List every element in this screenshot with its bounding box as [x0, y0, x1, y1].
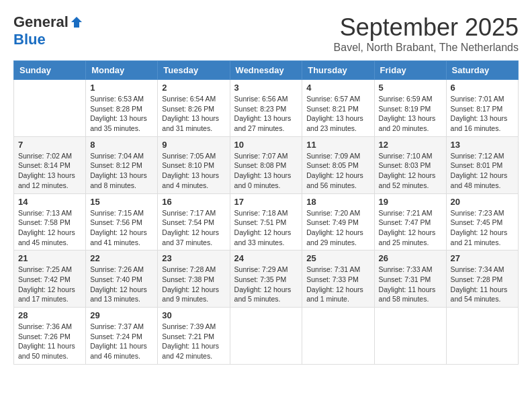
day-info: Sunrise: 7:34 AM Sunset: 7:28 PM Dayligh…: [451, 265, 514, 304]
column-header-saturday: Saturday: [446, 61, 518, 80]
day-info: Sunrise: 6:53 AM Sunset: 8:28 PM Dayligh…: [90, 94, 153, 134]
title-section: September 2025 Bavel, North Brabant, The…: [334, 13, 519, 54]
calendar-cell: 24Sunrise: 7:29 AM Sunset: 7:35 PM Dayli…: [230, 250, 302, 308]
logo-icon: [70, 15, 83, 29]
day-info: Sunrise: 7:18 AM Sunset: 7:51 PM Dayligh…: [234, 208, 298, 248]
calendar-cell: 7Sunrise: 7:02 AM Sunset: 8:14 PM Daylig…: [14, 136, 86, 193]
calendar-cell: 2Sunrise: 6:54 AM Sunset: 8:26 PM Daylig…: [158, 80, 230, 137]
calendar-cell: 5Sunrise: 6:59 AM Sunset: 8:19 PM Daylig…: [374, 80, 446, 137]
logo: General Blue: [13, 13, 83, 48]
column-header-tuesday: Tuesday: [158, 61, 230, 80]
day-info: Sunrise: 7:36 AM Sunset: 7:26 PM Dayligh…: [18, 322, 81, 361]
calendar-week-4: 21Sunrise: 7:25 AM Sunset: 7:42 PM Dayli…: [14, 250, 519, 308]
day-number: 10: [234, 140, 298, 150]
calendar-cell: 11Sunrise: 7:09 AM Sunset: 8:05 PM Dayli…: [302, 136, 374, 193]
calendar-cell: 9Sunrise: 7:05 AM Sunset: 8:10 PM Daylig…: [158, 136, 230, 193]
day-info: Sunrise: 7:09 AM Sunset: 8:05 PM Dayligh…: [306, 151, 369, 191]
calendar-cell: 8Sunrise: 7:04 AM Sunset: 8:12 PM Daylig…: [86, 136, 158, 193]
calendar-cell: 25Sunrise: 7:31 AM Sunset: 7:33 PM Dayli…: [302, 250, 374, 308]
calendar-cell: [302, 308, 374, 365]
calendar-cell: [230, 308, 302, 365]
location-text: Bavel, North Brabant, The Netherlands: [334, 42, 519, 54]
calendar-cell: 12Sunrise: 7:10 AM Sunset: 8:03 PM Dayli…: [374, 136, 446, 193]
calendar-week-5: 28Sunrise: 7:36 AM Sunset: 7:26 PM Dayli…: [14, 308, 519, 365]
calendar-cell: 17Sunrise: 7:18 AM Sunset: 7:51 PM Dayli…: [230, 193, 302, 250]
day-number: 16: [162, 197, 225, 207]
calendar-week-1: 1Sunrise: 6:53 AM Sunset: 8:28 PM Daylig…: [14, 80, 519, 137]
column-header-wednesday: Wednesday: [230, 61, 302, 80]
calendar-week-2: 7Sunrise: 7:02 AM Sunset: 8:14 PM Daylig…: [14, 136, 519, 193]
day-number: 22: [90, 253, 153, 263]
calendar-cell: 19Sunrise: 7:21 AM Sunset: 7:47 PM Dayli…: [374, 193, 446, 250]
day-number: 1: [90, 83, 153, 93]
calendar-cell: 30Sunrise: 7:39 AM Sunset: 7:21 PM Dayli…: [158, 308, 230, 365]
column-header-monday: Monday: [86, 61, 158, 80]
calendar-cell: 22Sunrise: 7:26 AM Sunset: 7:40 PM Dayli…: [86, 250, 158, 308]
day-number: 11: [306, 140, 369, 150]
day-number: 24: [234, 253, 298, 263]
day-number: 14: [18, 197, 81, 207]
day-number: 21: [18, 253, 81, 263]
day-info: Sunrise: 7:39 AM Sunset: 7:21 PM Dayligh…: [162, 322, 225, 361]
day-info: Sunrise: 7:37 AM Sunset: 7:24 PM Dayligh…: [90, 322, 153, 361]
day-number: 9: [162, 140, 225, 150]
day-info: Sunrise: 7:31 AM Sunset: 7:33 PM Dayligh…: [306, 265, 369, 304]
day-number: 29: [90, 310, 153, 320]
day-number: 17: [234, 197, 298, 207]
page-header: General Blue September 2025 Bavel, North…: [13, 13, 519, 54]
calendar-cell: 1Sunrise: 6:53 AM Sunset: 8:28 PM Daylig…: [86, 80, 158, 137]
day-info: Sunrise: 7:13 AM Sunset: 7:58 PM Dayligh…: [18, 208, 81, 248]
day-number: 15: [90, 197, 153, 207]
day-info: Sunrise: 7:17 AM Sunset: 7:54 PM Dayligh…: [162, 208, 225, 248]
day-info: Sunrise: 7:01 AM Sunset: 8:17 PM Dayligh…: [451, 94, 514, 134]
calendar-cell: 16Sunrise: 7:17 AM Sunset: 7:54 PM Dayli…: [158, 193, 230, 250]
calendar-cell: [14, 80, 86, 137]
day-number: 28: [18, 310, 81, 320]
calendar-header-row: SundayMondayTuesdayWednesdayThursdayFrid…: [14, 61, 519, 80]
day-number: 25: [306, 253, 369, 263]
calendar-cell: [374, 308, 446, 365]
day-number: 7: [18, 140, 81, 150]
day-number: 26: [379, 253, 442, 263]
day-info: Sunrise: 7:04 AM Sunset: 8:12 PM Dayligh…: [90, 151, 153, 191]
day-number: 23: [162, 253, 225, 263]
column-header-sunday: Sunday: [14, 61, 86, 80]
day-info: Sunrise: 7:02 AM Sunset: 8:14 PM Dayligh…: [18, 151, 81, 191]
day-info: Sunrise: 6:57 AM Sunset: 8:21 PM Dayligh…: [306, 94, 369, 134]
logo-blue-text: Blue: [13, 31, 46, 48]
svg-marker-0: [71, 17, 82, 28]
day-info: Sunrise: 6:54 AM Sunset: 8:26 PM Dayligh…: [162, 94, 225, 134]
calendar-table: SundayMondayTuesdayWednesdayThursdayFrid…: [13, 60, 519, 365]
day-info: Sunrise: 7:07 AM Sunset: 8:08 PM Dayligh…: [234, 151, 298, 191]
calendar-cell: 18Sunrise: 7:20 AM Sunset: 7:49 PM Dayli…: [302, 193, 374, 250]
calendar-week-3: 14Sunrise: 7:13 AM Sunset: 7:58 PM Dayli…: [14, 193, 519, 250]
calendar-cell: 4Sunrise: 6:57 AM Sunset: 8:21 PM Daylig…: [302, 80, 374, 137]
calendar-cell: 27Sunrise: 7:34 AM Sunset: 7:28 PM Dayli…: [446, 250, 518, 308]
day-number: 5: [379, 83, 442, 93]
day-info: Sunrise: 7:23 AM Sunset: 7:45 PM Dayligh…: [451, 208, 514, 248]
day-info: Sunrise: 7:20 AM Sunset: 7:49 PM Dayligh…: [306, 208, 369, 248]
day-info: Sunrise: 7:26 AM Sunset: 7:40 PM Dayligh…: [90, 265, 153, 304]
day-info: Sunrise: 7:05 AM Sunset: 8:10 PM Dayligh…: [162, 151, 225, 191]
calendar-cell: 3Sunrise: 6:56 AM Sunset: 8:23 PM Daylig…: [230, 80, 302, 137]
day-number: 27: [451, 253, 514, 263]
day-number: 4: [306, 83, 369, 93]
day-info: Sunrise: 7:21 AM Sunset: 7:47 PM Dayligh…: [379, 208, 442, 248]
day-info: Sunrise: 7:25 AM Sunset: 7:42 PM Dayligh…: [18, 265, 81, 304]
calendar-cell: 15Sunrise: 7:15 AM Sunset: 7:56 PM Dayli…: [86, 193, 158, 250]
calendar-cell: 23Sunrise: 7:28 AM Sunset: 7:38 PM Dayli…: [158, 250, 230, 308]
day-number: 19: [379, 197, 442, 207]
day-number: 13: [451, 140, 514, 150]
calendar-cell: 26Sunrise: 7:33 AM Sunset: 7:31 PM Dayli…: [374, 250, 446, 308]
day-info: Sunrise: 6:59 AM Sunset: 8:19 PM Dayligh…: [379, 94, 442, 134]
column-header-friday: Friday: [374, 61, 446, 80]
day-info: Sunrise: 7:15 AM Sunset: 7:56 PM Dayligh…: [90, 208, 153, 248]
day-number: 20: [451, 197, 514, 207]
day-info: Sunrise: 6:56 AM Sunset: 8:23 PM Dayligh…: [234, 94, 298, 134]
calendar-cell: 14Sunrise: 7:13 AM Sunset: 7:58 PM Dayli…: [14, 193, 86, 250]
column-header-thursday: Thursday: [302, 61, 374, 80]
calendar-cell: 6Sunrise: 7:01 AM Sunset: 8:17 PM Daylig…: [446, 80, 518, 137]
calendar-cell: 29Sunrise: 7:37 AM Sunset: 7:24 PM Dayli…: [86, 308, 158, 365]
day-number: 3: [234, 83, 298, 93]
calendar-cell: 10Sunrise: 7:07 AM Sunset: 8:08 PM Dayli…: [230, 136, 302, 193]
